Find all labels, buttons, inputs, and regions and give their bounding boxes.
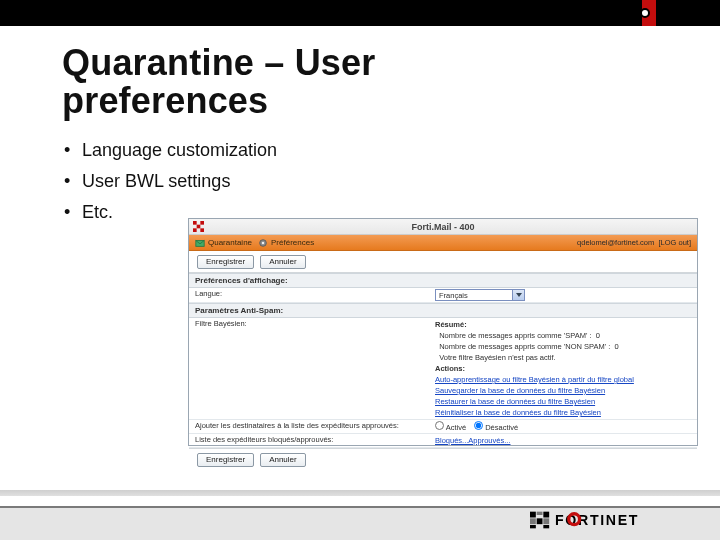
auto-approve-options: Activé Désactivé bbox=[435, 421, 691, 432]
svg-rect-3 bbox=[193, 228, 197, 232]
row-bayes-filter: Filtre Bayésien: Résumé: Nombre de messa… bbox=[189, 318, 697, 420]
summary-heading: Résumé: bbox=[435, 320, 467, 329]
save-button-bottom[interactable]: Enregistrer bbox=[197, 453, 254, 467]
svg-rect-0 bbox=[193, 221, 197, 225]
radio-off-text: Désactivé bbox=[485, 423, 518, 432]
top-accent-bar bbox=[0, 0, 720, 26]
action-save-db[interactable]: Sauvegarder la base de données du filtre… bbox=[435, 385, 691, 396]
bullet-text: Etc. bbox=[82, 202, 113, 222]
fortinet-logo-icon bbox=[193, 221, 204, 232]
radio-on-text: Activé bbox=[446, 423, 466, 432]
actions-heading: Actions: bbox=[435, 364, 465, 373]
tab-preferences[interactable]: Préférences bbox=[258, 238, 314, 248]
quarantine-icon bbox=[195, 238, 205, 248]
svg-rect-10 bbox=[537, 518, 543, 524]
summary-nonspam-count: 0 bbox=[614, 342, 618, 351]
action-auto-learn[interactable]: Auto-apprentissage ou filtre Bayésien à … bbox=[435, 374, 691, 385]
bwl-label: Liste des expéditeurs bloqués/approuvés: bbox=[195, 435, 435, 444]
svg-rect-4 bbox=[200, 228, 204, 232]
app-titlebar: Forti.Mail - 400 bbox=[189, 219, 697, 235]
cancel-button[interactable]: Annuler bbox=[260, 255, 306, 269]
section-display-prefs: Préférences d'affichage: bbox=[189, 273, 697, 288]
radio-on-label[interactable]: Activé bbox=[435, 421, 466, 432]
title-line-1: Quarantine – User bbox=[62, 42, 376, 83]
svg-rect-2 bbox=[197, 225, 201, 229]
radio-off[interactable] bbox=[474, 421, 483, 430]
toolbar-top: Enregistrer Annuler bbox=[189, 251, 697, 273]
title-line-2: preferences bbox=[62, 80, 268, 121]
page-title: Quarantine – User preferences bbox=[62, 44, 376, 120]
app-product-name: Forti.Mail - 400 bbox=[411, 222, 474, 232]
language-value: Français bbox=[439, 291, 468, 300]
toolbar-bottom: Enregistrer Annuler bbox=[189, 448, 697, 470]
summary-spam-label: Nombre de messages appris comme 'SPAM' : bbox=[439, 331, 591, 340]
language-select[interactable]: Français bbox=[435, 289, 525, 301]
cancel-button-bottom[interactable]: Annuler bbox=[260, 453, 306, 467]
auto-approve-label: Ajouter les destinataires à la liste des… bbox=[195, 421, 435, 430]
row-bwl: Liste des expéditeurs bloqués/approuvés:… bbox=[189, 434, 697, 448]
svg-rect-12 bbox=[543, 525, 549, 528]
svg-rect-14 bbox=[530, 518, 536, 524]
svg-rect-13 bbox=[537, 512, 543, 515]
svg-rect-1 bbox=[200, 221, 204, 225]
svg-rect-11 bbox=[530, 525, 536, 528]
svg-point-7 bbox=[262, 241, 265, 244]
bullet-dot-icon: • bbox=[64, 140, 82, 161]
section-antispam: Paramètres Anti-Spam: bbox=[189, 303, 697, 318]
action-reset-db[interactable]: Réinitialiser la base de données du filt… bbox=[435, 407, 691, 418]
brand-logo: FORTINET bbox=[520, 510, 690, 534]
action-restore-db[interactable]: Restaurer la base de données du filtre B… bbox=[435, 396, 691, 407]
preferences-icon bbox=[258, 238, 268, 248]
svg-rect-8 bbox=[530, 512, 536, 518]
radio-on[interactable] bbox=[435, 421, 444, 430]
user-info: qdelomel@fortinet.com [LOG out] bbox=[577, 238, 691, 247]
slide-shadow-bar bbox=[0, 490, 720, 496]
svg-rect-15 bbox=[543, 518, 549, 524]
top-accent-dot bbox=[640, 8, 650, 18]
summary-spam-count: 0 bbox=[596, 331, 600, 340]
bullet-text: Language customization bbox=[82, 140, 277, 160]
summary-inactive: Votre filtre Bayésien n'est pas actif. bbox=[439, 353, 556, 362]
bullet-dot-icon: • bbox=[64, 171, 82, 192]
user-email: qdelomel@fortinet.com bbox=[577, 238, 654, 247]
logout-link[interactable]: [LOG out] bbox=[658, 238, 691, 247]
bayes-filter-label: Filtre Bayésien: bbox=[195, 319, 435, 328]
app-tabbar: Quarantaine Préférences qdelomel@fortine… bbox=[189, 235, 697, 251]
summary-nonspam-label: Nombre de messages appris comme 'NON SPA… bbox=[439, 342, 610, 351]
language-label: Langue: bbox=[195, 289, 435, 298]
app-window: Forti.Mail - 400 Quarantaine Préférences bbox=[188, 218, 698, 446]
bayes-summary: Résumé: Nombre de messages appris comme … bbox=[435, 319, 691, 418]
tab-quarantine[interactable]: Quarantaine bbox=[195, 238, 252, 248]
save-button[interactable]: Enregistrer bbox=[197, 255, 254, 269]
bullet-text: User BWL settings bbox=[82, 171, 230, 191]
bullet-item: •Language customization bbox=[64, 140, 277, 161]
row-language: Langue: Français bbox=[189, 288, 697, 303]
svg-rect-9 bbox=[543, 512, 549, 518]
bullet-item: •User BWL settings bbox=[64, 171, 277, 192]
radio-off-label[interactable]: Désactivé bbox=[474, 421, 518, 432]
row-auto-approve: Ajouter les destinataires à la liste des… bbox=[189, 420, 697, 434]
bullet-dot-icon: • bbox=[64, 202, 82, 223]
slide: Quarantine – User preferences •Language … bbox=[0, 0, 720, 540]
chevron-down-icon bbox=[512, 290, 524, 300]
bwl-link[interactable]: Bloqués...Approuvés... bbox=[435, 436, 510, 445]
tab-label: Préférences bbox=[271, 238, 314, 247]
tab-label: Quarantaine bbox=[208, 238, 252, 247]
